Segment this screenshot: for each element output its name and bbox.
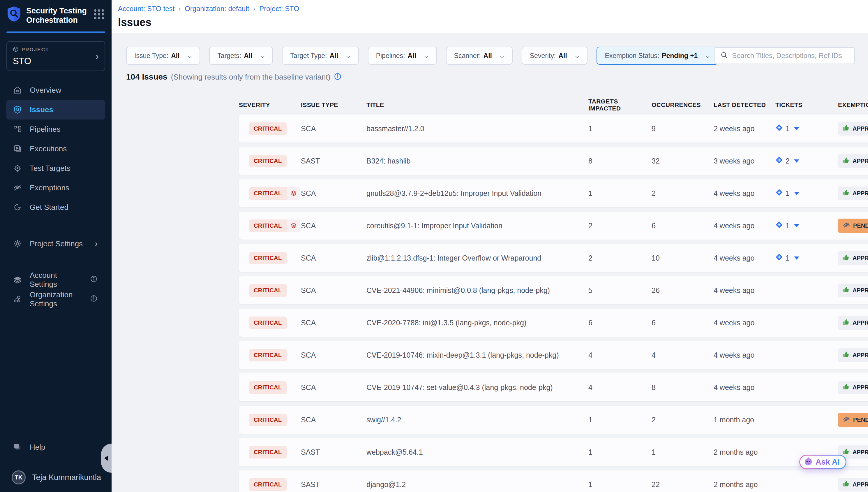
filter-scanner[interactable]: Scanner: All ⌄ [446, 47, 512, 65]
severity-badge: CRITICAL [249, 317, 287, 329]
issue-title: CVE-2019-10746: mixin-deep@1.3.1 (lang-p… [366, 351, 588, 360]
issue-title: CVE-2021-44906: minimist@0.0.8 (lang-pkg… [366, 286, 588, 295]
sidebar-item-pipelines[interactable]: Pipelines [0, 120, 111, 139]
issue-title: bassmaster//1.2.0 [366, 124, 588, 133]
sidebar-item-test-targets[interactable]: Test Targets [0, 158, 111, 178]
exemption-status-badge: APPROVED [838, 348, 868, 362]
issue-row[interactable]: CRITICAL SCA CVE-2019-10746: mixin-deep@… [239, 341, 868, 369]
search-input[interactable] [732, 52, 849, 60]
chevron-right-icon: › [96, 50, 99, 62]
exemption-status-badge: APPROVED [838, 251, 868, 265]
breadcrumb-account[interactable]: Account: STO test [118, 5, 175, 13]
ticket-link[interactable]: 1 [775, 221, 799, 230]
severity-badge: CRITICAL [249, 284, 287, 297]
ticket-link[interactable]: 1 [775, 124, 799, 133]
ask-ai-button[interactable]: Ask AI [799, 455, 846, 469]
sidebar-item-executions[interactable]: Executions [0, 139, 111, 158]
main-content: Account: STO test › Organization: defaul… [111, 0, 868, 492]
project-selector[interactable]: PROJECT STO › [6, 41, 105, 71]
cube-icon [13, 46, 19, 54]
issue-type: SCA [301, 319, 366, 327]
info-icon[interactable] [334, 73, 342, 82]
sidebar-item-issues[interactable]: Issues [6, 100, 105, 120]
sidebar-nav: Overview Issues Pipelines Executions Tes… [0, 80, 111, 217]
exemption-status-badge: PENDING [838, 219, 868, 233]
targets-impacted: 1 [588, 124, 652, 133]
severity-badge: CRITICAL [249, 252, 287, 264]
user-menu[interactable]: TK Teja Kummarikuntla [0, 470, 111, 485]
issues-table: CRITICAL SCA bassmaster//1.2.0 1 9 2 wee… [239, 115, 868, 492]
last-detected: 2 weeks ago [714, 124, 775, 133]
search-box [714, 47, 855, 64]
ticket-link[interactable]: 1 [775, 253, 799, 263]
column-header-exemption-status: EXEMPTION STATUS [838, 101, 868, 108]
issue-row[interactable]: CRITICAL SCA bassmaster//1.2.0 1 9 2 wee… [239, 115, 868, 143]
issue-row[interactable]: CRITICAL SCA CVE-2020-7788: ini@1.3.5 (l… [239, 309, 868, 337]
issue-row[interactable]: CRITICAL SCA swig//1.4.2 1 2 1 month ago [239, 406, 868, 434]
ask-ai-label: Ask AI [816, 458, 840, 467]
chevron-down-icon: ⌄ [259, 52, 266, 59]
sidebar-item-get-started[interactable]: Get Started [0, 198, 111, 217]
issues-count-note: (Showing results only from the baseline … [171, 73, 331, 82]
filter-bar: Issue Type: All ⌄ Targets: All ⌄ Target … [126, 47, 718, 65]
breadcrumb-project[interactable]: Project: STO [259, 5, 299, 13]
issue-title: gnutls28@3.7.9-2+deb12u5: Improper Input… [366, 189, 588, 198]
org-chart-gear-icon [13, 295, 22, 304]
exemption-status-badge: APPROVED [838, 284, 868, 297]
filter-issue-type[interactable]: Issue Type: All ⌄ [126, 47, 200, 65]
issue-row[interactable]: CRITICAL SAST webpack@5.64.1 1 1 2 month… [239, 438, 868, 466]
module-grid-icon[interactable] [94, 9, 104, 19]
targets-impacted: 8 [588, 157, 652, 165]
issue-type: SCA [301, 124, 366, 133]
issue-row[interactable]: CRITICAL SAST B324: hashlib 8 32 3 weeks… [239, 147, 868, 175]
filter-targets[interactable]: Targets: All ⌄ [209, 47, 273, 65]
filter-target-type[interactable]: Target Type: All ⌄ [282, 47, 359, 65]
jira-ticket-icon [775, 189, 783, 198]
sidebar-item-project-settings[interactable]: Project Settings › [0, 234, 111, 253]
column-header-issue-type: ISSUE TYPE [301, 101, 366, 108]
filter-severity[interactable]: Severity: All ⌄ [522, 47, 588, 65]
exemption-status-badge: APPROVED [838, 478, 868, 491]
chevron-down-icon [794, 159, 799, 163]
sidebar-item-account-settings[interactable]: Account Settings [0, 270, 111, 290]
column-header-title: TITLE [366, 101, 588, 108]
targets-impacted: 1 [588, 189, 652, 198]
targets-impacted: 1 [588, 448, 652, 457]
sidebar-item-exemptions[interactable]: Exemptions [0, 178, 111, 198]
issue-type: SCA [301, 254, 366, 262]
severity-badge: CRITICAL [249, 381, 287, 394]
filter-pipelines[interactable]: Pipelines: All ⌄ [368, 47, 437, 65]
ticket-link[interactable]: 2 [775, 156, 799, 166]
info-icon[interactable] [90, 275, 98, 285]
thumbs-up-icon [843, 480, 850, 489]
svg-text:?: ? [16, 444, 18, 448]
column-header-occurrences: OCCURRENCES [652, 101, 714, 108]
breadcrumb-organization[interactable]: Organization: default [185, 5, 249, 13]
info-icon[interactable] [90, 295, 98, 304]
last-detected: 4 weeks ago [714, 254, 775, 262]
issue-row[interactable]: CRITICAL SCA CVE-2019-10747: set-value@0… [239, 373, 868, 401]
page-title: Issues [118, 16, 868, 29]
project-label: PROJECT [22, 47, 49, 53]
sidebar-item-organization-settings[interactable]: Organization Settings [0, 290, 111, 309]
chevron-down-icon: ⌄ [186, 52, 193, 59]
occurrences: 1 [652, 448, 714, 457]
column-header-targets-impacted: TARGETS IMPACTED [588, 98, 652, 112]
jira-ticket-icon [775, 253, 783, 263]
sidebar-item-overview[interactable]: Overview [0, 80, 111, 100]
issue-row[interactable]: CRITICAL SCA coreutils@9.1-1: Improper I… [239, 212, 868, 240]
occurrences: 2 [652, 189, 714, 198]
exemption-status-badge: PENDING [838, 413, 868, 427]
filter-exemption-status[interactable]: Exemption Status: Pending +1 ⌄ [597, 47, 718, 65]
issue-row[interactable]: CRITICAL SAST django@1.2 1 22 2 months a… [239, 470, 868, 492]
chevron-down-icon: ⌄ [574, 52, 580, 59]
ticket-link[interactable]: 1 [775, 189, 799, 198]
issue-row[interactable]: CRITICAL SCA CVE-2021-44906: minimist@0.… [239, 276, 868, 304]
occurrences: 6 [652, 319, 714, 327]
sidebar-item-help[interactable]: ? Help [0, 438, 111, 457]
issue-type: SAST [301, 448, 366, 457]
project-name: STO [13, 56, 99, 67]
issue-row[interactable]: CRITICAL SCA gnutls28@3.7.9-2+deb12u5: I… [239, 179, 868, 207]
occurrences: 9 [652, 124, 714, 133]
issue-row[interactable]: CRITICAL SCA zlib@1:1.2.13.dfsg-1: Integ… [239, 244, 868, 272]
